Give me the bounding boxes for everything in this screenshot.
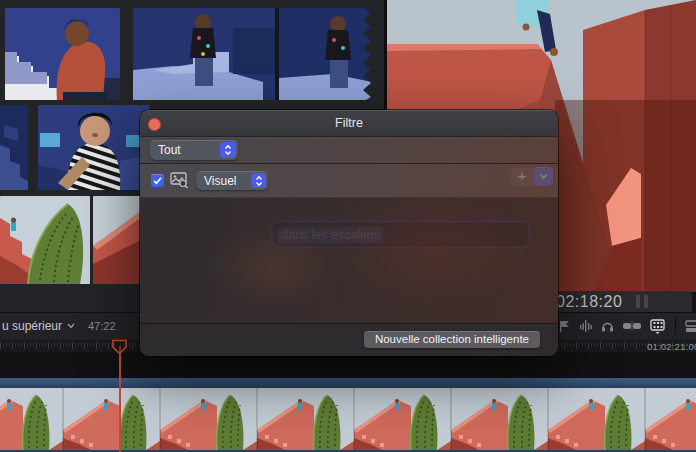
timeline-duration: 47:22 (88, 320, 116, 332)
clip-thumbnail-image (5, 8, 120, 100)
browser-clip-cactus[interactable] (0, 196, 90, 284)
toolbar-separator (675, 317, 676, 335)
audio-skimming-icon[interactable] (578, 319, 593, 333)
skimming-icon[interactable] (558, 319, 571, 333)
stepper-icon (220, 142, 236, 158)
dialog-body (140, 198, 558, 323)
filter-dialog: Filtre Tout + (140, 110, 558, 356)
playhead-icon[interactable] (111, 339, 128, 355)
rule-checkbox[interactable] (151, 174, 164, 187)
snapping-icon[interactable] (622, 319, 642, 333)
rule-type-popup[interactable]: Visuel (196, 171, 268, 190)
filmstrip-frames (0, 388, 696, 450)
new-smart-collection-button[interactable]: Nouvelle collection intelligente (364, 331, 540, 348)
checkbox-check-icon (151, 174, 164, 187)
timeline-clip-top-border (0, 378, 696, 388)
browser-clip-red-shirt[interactable] (5, 8, 120, 100)
stepper-icon (251, 173, 266, 188)
chevron-down-icon (67, 323, 75, 329)
timeline-clip-filmstrip[interactable] (0, 388, 696, 450)
ruler-timecode: 01:02:21:00 (647, 341, 696, 352)
photo-search-icon (170, 172, 189, 189)
clip-thumbnail-image (0, 196, 90, 284)
dialog-toolbar: Tout + (140, 137, 558, 163)
rule-type-value: Visuel (196, 174, 251, 188)
timeline-project-name[interactable]: u supérieur (2, 319, 75, 333)
scope-popup[interactable]: Tout (150, 140, 238, 160)
browser-clip-floral-shirt[interactable] (133, 8, 372, 100)
dialog-titlebar[interactable]: Filtre (140, 110, 558, 137)
clip-appearance-icon[interactable] (649, 319, 666, 334)
browser-clip-partial[interactable] (0, 105, 28, 190)
index-icon[interactable] (685, 319, 696, 333)
viewer-timecode: 02:18:20 (556, 293, 622, 311)
timeline-toolbar (558, 317, 696, 335)
clip-thumbnail-image (0, 105, 28, 190)
dialog-footer: Nouvelle collection intelligente (140, 323, 558, 356)
scope-popup-value: Tout (150, 143, 220, 157)
filter-rule-row: Visuel dans les escaliers (140, 164, 558, 197)
app-window: 02:18:20 u supérieur 47:22 (0, 0, 696, 452)
browser-clip-selfie[interactable] (38, 105, 150, 190)
clip-thumbnail-image (133, 8, 372, 100)
playhead-line[interactable] (119, 346, 121, 452)
dialog-title: Filtre (140, 116, 558, 130)
solo-icon[interactable] (600, 319, 615, 333)
clip-thumbnail-image (38, 105, 150, 190)
pause-icon (636, 295, 648, 308)
project-label: u supérieur (2, 319, 62, 333)
